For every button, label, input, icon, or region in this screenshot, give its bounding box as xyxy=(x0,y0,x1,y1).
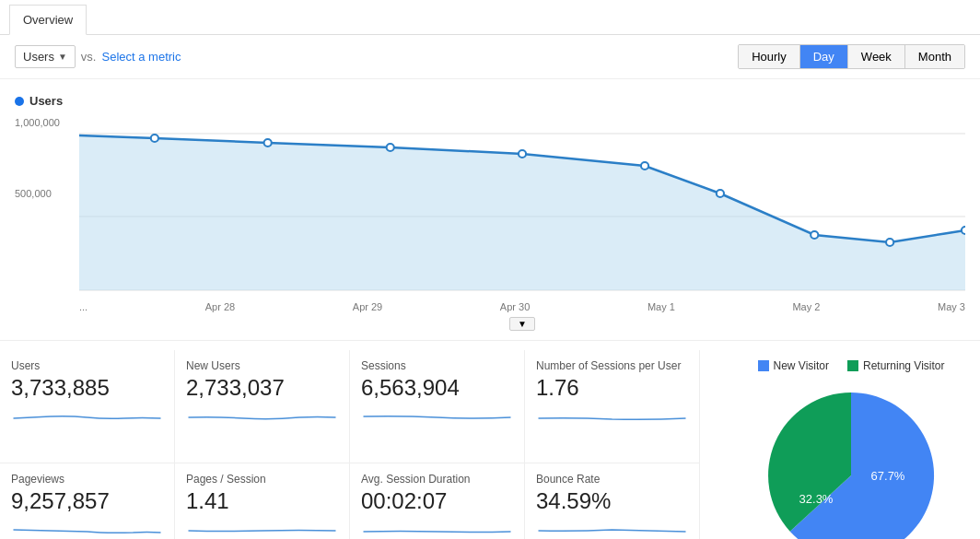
legend-label-users: Users xyxy=(29,94,63,108)
mini-chart-new-users xyxy=(186,404,338,432)
metric-selector: Users ▼ vs. Select a metric xyxy=(15,45,181,68)
range-button[interactable]: ▼ xyxy=(509,317,535,331)
y-axis: 1,000,000 500,000 xyxy=(15,115,79,299)
x-label-may3: May 3 xyxy=(938,301,965,312)
tab-overview[interactable]: Overview xyxy=(9,5,87,35)
chart-svg-container[interactable]: ... Apr 28 Apr 29 Apr 30 May 1 May 2 May… xyxy=(79,115,965,331)
data-point xyxy=(717,190,724,197)
select-metric-link[interactable]: Select a metric xyxy=(101,50,181,64)
mini-chart-users xyxy=(11,404,163,432)
metric-dropdown[interactable]: Users ▼ xyxy=(15,45,76,68)
stat-card-pages-per-session: Pages / Session 1.41 xyxy=(175,463,350,539)
vs-label: vs. xyxy=(81,50,97,64)
stat-card-sessions: Sessions 6,563,904 xyxy=(350,350,525,463)
chart-section: Users 1,000,000 500,000 xyxy=(0,79,980,331)
stat-card-bounce-rate: Bounce Rate 34.59% xyxy=(525,463,700,539)
x-label-apr29: Apr 29 xyxy=(353,301,382,312)
mini-chart-pageviews xyxy=(11,518,163,539)
stat-value-new-users: 2,733,037 xyxy=(186,375,338,401)
pie-legend: New Visitor Returning Visitor xyxy=(741,359,962,372)
stat-label-pageviews: Pageviews xyxy=(11,473,163,486)
chevron-down-icon: ▼ xyxy=(58,52,67,62)
data-point xyxy=(962,227,965,234)
time-btn-day[interactable]: Day xyxy=(800,45,848,68)
toolbar: Users ▼ vs. Select a metric Hourly Day W… xyxy=(0,35,980,79)
pie-label-returning-visitor: 32.3% xyxy=(799,492,834,506)
x-label-apr30: Apr 30 xyxy=(500,301,530,312)
stat-card-users: Users 3,733,885 xyxy=(0,350,175,463)
stat-value-users: 3,733,885 xyxy=(11,375,163,401)
stat-card-pageviews: Pageviews 9,257,857 xyxy=(0,463,175,539)
pie-legend-label-new-visitor: New Visitor xyxy=(774,359,829,372)
x-axis: ... Apr 28 Apr 29 Apr 30 May 1 May 2 May… xyxy=(79,299,965,314)
chart-svg xyxy=(79,115,965,299)
x-label-may2: May 2 xyxy=(792,301,820,312)
mini-chart-pages-per-session xyxy=(186,518,338,539)
y-label-1: 1,000,000 xyxy=(15,117,79,128)
mini-chart-avg-session-duration xyxy=(361,518,513,539)
data-point xyxy=(886,239,893,246)
mini-chart-sessions xyxy=(361,404,513,432)
time-buttons: Hourly Day Week Month xyxy=(738,44,965,69)
time-btn-month[interactable]: Month xyxy=(905,45,964,68)
legend-dot-users xyxy=(15,97,24,106)
data-point xyxy=(387,144,394,151)
x-label-ellipsis: ... xyxy=(79,301,88,312)
tab-bar: Overview xyxy=(0,0,980,35)
chart-legend: Users xyxy=(15,94,965,108)
pie-container: 67.7% 32.3% xyxy=(741,383,962,539)
x-label-apr28: Apr 28 xyxy=(205,301,235,312)
stat-value-avg-session-duration: 00:02:07 xyxy=(361,488,513,514)
stat-label-pages-per-session: Pages / Session xyxy=(186,473,338,486)
time-btn-week[interactable]: Week xyxy=(848,45,905,68)
pie-section: New Visitor Returning Visitor xyxy=(722,350,980,539)
stat-label-new-users: New Users xyxy=(186,359,338,372)
stat-label-bounce-rate: Bounce Rate xyxy=(536,473,688,486)
pie-legend-box-returning-visitor xyxy=(847,360,858,371)
time-btn-hourly[interactable]: Hourly xyxy=(739,45,800,68)
stat-label-sessions: Sessions xyxy=(361,359,513,372)
pie-legend-box-new-visitor xyxy=(758,360,769,371)
range-indicator: ▼ xyxy=(79,316,965,331)
data-point xyxy=(811,231,818,239)
pie-legend-new-visitor: New Visitor xyxy=(758,359,829,372)
y-label-2: 500,000 xyxy=(15,188,79,199)
pie-legend-label-returning-visitor: Returning Visitor xyxy=(863,359,945,372)
data-point xyxy=(151,135,158,142)
stat-value-bounce-rate: 34.59% xyxy=(536,488,688,514)
stat-value-pageviews: 9,257,857 xyxy=(11,488,163,514)
stat-card-new-users: New Users 2,733,037 xyxy=(175,350,350,463)
data-point xyxy=(641,162,648,170)
mini-chart-sessions-per-user xyxy=(536,404,688,432)
stat-card-sessions-per-user: Number of Sessions per User 1.76 xyxy=(525,350,700,463)
stat-value-sessions: 6,563,904 xyxy=(361,375,513,401)
data-point xyxy=(264,139,272,146)
stat-value-pages-per-session: 1.41 xyxy=(186,488,338,514)
pie-legend-returning-visitor: Returning Visitor xyxy=(847,359,945,372)
pie-label-new-visitor: 67.7% xyxy=(871,469,905,483)
pie-chart: 67.7% 32.3% xyxy=(741,383,962,539)
data-point xyxy=(519,150,526,158)
chart-wrapper: 1,000,000 500,000 xyxy=(15,115,965,331)
stat-label-avg-session-duration: Avg. Session Duration xyxy=(361,473,513,486)
x-label-may1: May 1 xyxy=(648,301,675,312)
bottom-section: Users 3,733,885 New Users 2,733,037 Sess… xyxy=(0,340,980,539)
stat-card-avg-session-duration: Avg. Session Duration 00:02:07 xyxy=(350,463,525,539)
stat-label-sessions-per-user: Number of Sessions per User xyxy=(536,359,688,372)
stats-grid: Users 3,733,885 New Users 2,733,037 Sess… xyxy=(0,350,722,539)
stat-label-users: Users xyxy=(11,359,163,372)
mini-chart-bounce-rate xyxy=(536,518,688,539)
stat-value-sessions-per-user: 1.76 xyxy=(536,375,688,401)
